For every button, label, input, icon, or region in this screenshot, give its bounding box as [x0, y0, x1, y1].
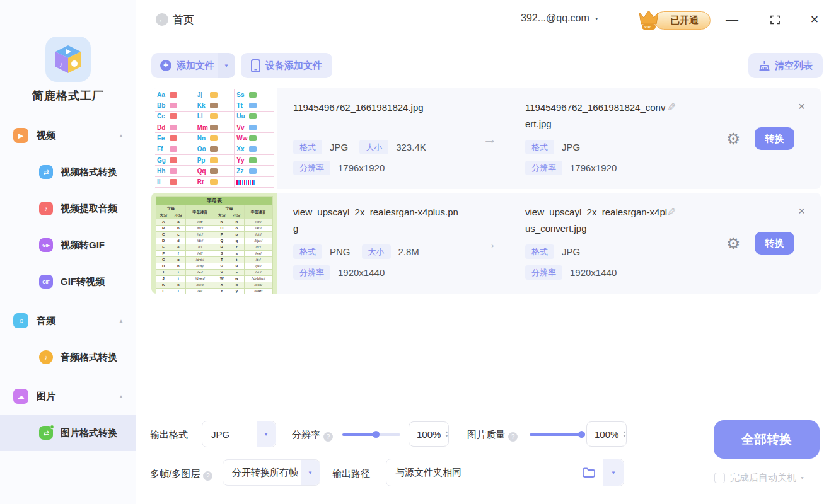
remove-file-icon[interactable]: ×: [798, 100, 805, 113]
source-info: 11945496762_1661981824.jpg 格式 JPG 大小 323…: [293, 100, 462, 175]
account-menu[interactable]: 392...@qq.com ▼: [521, 13, 599, 24]
collapse-arrow-icon[interactable]: ▲: [119, 394, 124, 399]
thumbnail-table-cell: /əʊ/: [244, 226, 272, 232]
add-from-device-button[interactable]: 设备添加文件: [241, 53, 332, 78]
thumbnail-picture: [170, 92, 177, 98]
thumbnail-letter-cell: Bb: [155, 100, 195, 111]
thumbnail-picture: [210, 158, 218, 163]
sidebar-item-gif-to-video[interactable]: GIF GIF转视频: [0, 263, 136, 300]
thumbnail-table-cell: /vi:/: [244, 270, 272, 276]
thumbnail-table-cell: /eɪ/: [186, 219, 214, 226]
thumbnail-table-cell: D: [156, 238, 171, 244]
auto-shutdown-toggle[interactable]: 完成后自动关机 ▼: [714, 472, 804, 484]
thumbnail-letter: Vv: [236, 124, 249, 131]
thumbnail-table-cell: /dʒi:/: [186, 257, 214, 263]
thumbnail-table-cell: /di:/: [186, 238, 214, 244]
sidebar-item-video-group[interactable]: ▶ 视频 ▲: [0, 117, 136, 154]
close-button[interactable]: ×: [806, 11, 823, 28]
thumbnail-table-cell: b: [171, 226, 186, 232]
output-path-field[interactable]: 与源文件夹相同 ▼: [386, 459, 624, 486]
sidebar-item-video-format-convert[interactable]: ⇄ 视频格式转换: [0, 154, 136, 190]
maximize-button[interactable]: [767, 11, 783, 28]
rename-icon[interactable]: ✎: [667, 205, 676, 219]
gif-icon: GIF: [39, 275, 53, 289]
thumbnail-table-cell: /si:/: [186, 232, 214, 238]
sidebar-item-image-format-convert[interactable]: ⇄ 图片格式转换: [0, 415, 136, 451]
folder-icon[interactable]: [574, 467, 603, 478]
app-name: 简鹿格式工厂: [0, 88, 136, 103]
thumbnail-letter: Cc: [157, 113, 170, 120]
thumbnail-table-cell: /waɪ/: [244, 289, 272, 294]
sidebar-item-video-to-gif[interactable]: GIF 视频转GIF: [0, 227, 136, 263]
quality-slider[interactable]: [530, 430, 585, 438]
collapse-arrow-icon[interactable]: ▲: [119, 133, 124, 139]
thumbnail-table-cell: k: [171, 282, 186, 289]
resolution-tag: 分辨率: [525, 265, 562, 280]
chevron-down-icon: ▼: [257, 421, 276, 447]
thumbnail-table-cell: B: [156, 226, 171, 232]
clear-list-button[interactable]: 清空列表: [748, 53, 823, 78]
back-button[interactable]: ←: [156, 13, 168, 26]
thumbnail-picture: [210, 168, 218, 174]
resolution-slider[interactable]: [342, 430, 400, 438]
sidebar-item-video-extract-audio[interactable]: ♪ 视频提取音频: [0, 190, 136, 227]
broom-icon: [758, 60, 770, 72]
thumbnail-letter-cell: Ww: [234, 133, 274, 144]
image-convert-icon: ⇄: [39, 426, 53, 440]
thumbnail-table-cell: W: [214, 276, 229, 282]
quality-percent-input[interactable]: 100% ▲▼: [586, 421, 627, 447]
multiframe-select[interactable]: 分开转换所有帧 ▼: [223, 459, 320, 486]
thumbnail-letter: Ll: [197, 113, 210, 120]
thumbnail-picture: [210, 135, 218, 141]
rename-icon[interactable]: ✎: [667, 101, 676, 114]
thumbnail-table-cell: H: [156, 263, 171, 270]
convert-button[interactable]: 转换: [755, 127, 794, 150]
collapse-arrow-icon[interactable]: ▲: [119, 318, 124, 324]
stepper-arrows-icon[interactable]: ▲▼: [622, 430, 626, 438]
settings-gear-icon[interactable]: ⚙: [726, 234, 740, 253]
chevron-down-icon[interactable]: ▼: [800, 476, 804, 480]
checkbox[interactable]: [714, 472, 725, 483]
help-icon[interactable]: ?: [323, 432, 333, 442]
resolution-percent-input[interactable]: 100% ▲▼: [409, 421, 449, 447]
thumbnail-table-cell: /bi:/: [186, 226, 214, 232]
add-file-dropdown-button[interactable]: ▼: [218, 53, 235, 78]
vip-badge[interactable]: VIP 已开通: [634, 8, 711, 33]
thumbnail-table-cell: j: [171, 276, 186, 282]
sidebar-item-audio-group[interactable]: ♫ 音频 ▲: [0, 302, 136, 339]
help-icon[interactable]: ?: [508, 432, 518, 442]
thumbnail-table-cell: F: [156, 251, 171, 257]
chevron-down-icon[interactable]: ▼: [603, 459, 624, 486]
convert-all-button[interactable]: 全部转换: [714, 420, 820, 459]
sidebar-item-audio-format-convert[interactable]: ♪ 音频格式转换: [0, 339, 136, 375]
add-file-button[interactable]: + 添加文件: [151, 53, 223, 78]
chevron-down-icon: ▼: [301, 460, 320, 485]
resolution-value: 1796x1920: [338, 163, 385, 173]
thumbnail-table-cell: /pi:/: [244, 232, 272, 238]
convert-button[interactable]: 转换: [755, 232, 794, 255]
thumbnail-letter-cell: Ee: [155, 133, 195, 144]
help-icon[interactable]: ?: [203, 471, 212, 481]
sidebar-item-image-group[interactable]: ☁ 图片 ▲: [0, 378, 136, 415]
status-dot: [50, 425, 54, 429]
thumbnail-letter: Nn: [197, 135, 210, 142]
arrow-right-icon: →: [483, 236, 497, 252]
remove-file-icon[interactable]: ×: [798, 204, 805, 218]
format-value: JPG: [330, 142, 348, 152]
svg-text:♪: ♪: [59, 60, 63, 68]
thumbnail-letter: Ww: [236, 135, 249, 142]
target-file-name: view_upscayl_2x_realesrgan-x4plus_conver…: [525, 204, 669, 244]
thumbnail-letter: Ee: [157, 135, 170, 142]
thumbnail-table-cell: /i:/: [186, 244, 214, 251]
stepper-arrows-icon[interactable]: ▲▼: [444, 430, 448, 438]
thumbnail-table-cell: U: [214, 263, 229, 270]
thumbnail-picture: [210, 113, 218, 119]
thumbnail-table-cell: 大写: [214, 212, 229, 219]
thumbnail-letter-cell: Rr: [195, 177, 235, 188]
output-format-select[interactable]: JPG ▼: [202, 421, 276, 447]
thumbnail-letter: Pp: [197, 157, 210, 164]
settings-gear-icon[interactable]: ⚙: [726, 130, 740, 148]
minimize-button[interactable]: —: [724, 11, 740, 28]
thumbnail-letter-cell: Gg: [155, 155, 195, 166]
thumbnail-picture: [249, 125, 257, 130]
